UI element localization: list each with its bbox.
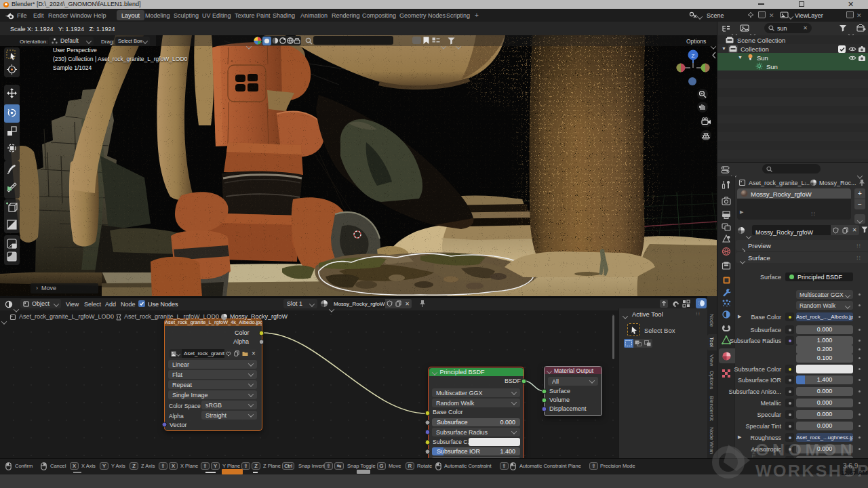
svg-text:Z: Z [692,53,695,59]
